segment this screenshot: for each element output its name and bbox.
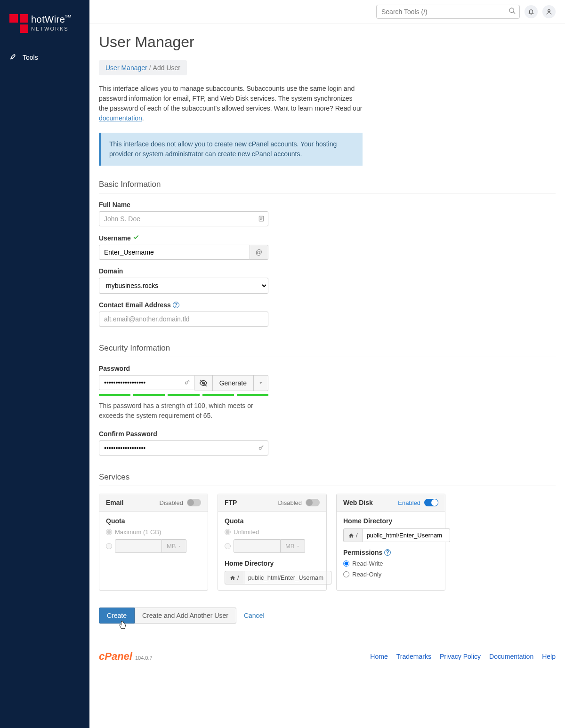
- brand-logo: hotWireSM NETWORKS: [0, 14, 89, 47]
- svg-point-6: [259, 447, 261, 449]
- intro-text: This interface allows you to manage suba…: [99, 84, 363, 123]
- generate-options-button[interactable]: [254, 375, 268, 391]
- caret-down-icon: [296, 544, 300, 548]
- webdisk-perm-ro-radio[interactable]: [343, 571, 349, 577]
- user-menu-button[interactable]: [542, 5, 556, 18]
- sidebar-item-tools[interactable]: Tools: [0, 47, 89, 67]
- contact-email-label: Contact Email Address: [99, 301, 171, 309]
- sidebar-item-label: Tools: [23, 54, 38, 61]
- password-label: Password: [99, 365, 268, 372]
- documentation-link[interactable]: documentation: [99, 114, 142, 122]
- topbar: [89, 0, 565, 24]
- password-input[interactable]: [99, 375, 194, 390]
- ftp-quota-label: Quota: [225, 517, 320, 525]
- section-security-title: Security Information: [99, 344, 556, 357]
- svg-rect-3: [259, 216, 263, 221]
- svg-point-2: [548, 9, 550, 12]
- confirm-password-input[interactable]: [99, 440, 268, 456]
- footer-link-help[interactable]: Help: [542, 653, 556, 660]
- ftp-quota-custom-radio: [225, 543, 231, 549]
- ftp-quota-value-input: [234, 539, 281, 553]
- ftp-quota-unit: MB: [281, 539, 305, 553]
- email-toggle[interactable]: [187, 499, 201, 506]
- caret-down-icon: [178, 544, 181, 548]
- confirm-password-label: Confirm Password: [99, 430, 268, 438]
- tools-icon: [9, 53, 17, 62]
- footer-link-home[interactable]: Home: [370, 653, 387, 660]
- cursor-pointer-icon: [118, 620, 565, 632]
- password-strength-text: This password has a strength of 100, whi…: [99, 401, 268, 421]
- at-addon[interactable]: @: [250, 245, 268, 260]
- email-quota-label: Quota: [106, 517, 201, 525]
- toggle-password-visibility-button[interactable]: [194, 375, 213, 391]
- svg-point-4: [185, 382, 187, 384]
- search-icon: [508, 7, 516, 16]
- ftp-toggle[interactable]: [306, 499, 320, 506]
- search-input[interactable]: [376, 5, 520, 19]
- home-icon: [230, 575, 235, 581]
- contact-email-input[interactable]: [99, 312, 268, 327]
- email-quota-unit: MB: [162, 539, 186, 553]
- service-ftp-title: FTP: [225, 499, 237, 506]
- email-quota-custom-radio: [106, 543, 112, 549]
- brand-name: hotWire: [31, 14, 65, 24]
- help-icon[interactable]: ?: [384, 549, 391, 556]
- svg-point-0: [14, 55, 15, 56]
- webdisk-perms-label: Permissions: [343, 549, 382, 556]
- key-icon: [258, 444, 265, 452]
- email-quota-value-input: [115, 539, 162, 553]
- service-card-webdisk: Web Disk Enabled Home Directory: [336, 494, 445, 591]
- main-content: User Manager User Manager / Add User Thi…: [89, 0, 565, 728]
- svg-point-1: [509, 8, 514, 12]
- service-email-title: Email: [106, 499, 123, 506]
- service-webdisk-title: Web Disk: [343, 499, 373, 506]
- brand-subtitle: NETWORKS: [31, 26, 71, 32]
- user-icon: [546, 8, 552, 15]
- password-strength-bar: [99, 394, 268, 396]
- section-services-title: Services: [99, 472, 556, 486]
- cpanel-logo: cPanel 104.0.7: [99, 650, 153, 663]
- email-quota-max-radio: [106, 529, 112, 535]
- page-title: User Manager: [99, 33, 556, 51]
- breadcrumb-link[interactable]: User Manager: [105, 64, 147, 72]
- ftp-quota-unlimited-radio: [225, 529, 231, 535]
- service-card-email: Email Disabled Quota Maximum (1 GB): [99, 494, 208, 591]
- key-icon: [184, 379, 191, 387]
- generate-password-button[interactable]: Generate: [213, 375, 254, 391]
- footer-link-documentation[interactable]: Documentation: [489, 653, 533, 660]
- breadcrumb-current: Add User: [153, 64, 180, 72]
- username-label: Username: [99, 234, 131, 242]
- webdisk-home-label: Home Directory: [343, 517, 438, 525]
- webdisk-home-prefix: /: [343, 528, 363, 542]
- full-name-label: Full Name: [99, 201, 268, 208]
- ftp-home-label: Home Directory: [225, 560, 320, 567]
- sidebar: hotWireSM NETWORKS Tools: [0, 0, 89, 728]
- service-card-ftp: FTP Disabled Quota Unlimited: [218, 494, 327, 591]
- eye-slash-icon: [199, 379, 208, 387]
- bottom-footer: cPanel 104.0.7 Home Trademarks Privacy P…: [99, 646, 556, 663]
- section-basic-title: Basic Information: [99, 180, 556, 193]
- webdisk-perm-rw-radio[interactable]: [343, 560, 349, 567]
- webdisk-home-input[interactable]: [363, 528, 450, 542]
- domain-select[interactable]: mybusiness.rocks: [99, 278, 268, 294]
- ftp-home-prefix: /: [225, 571, 244, 584]
- caret-down-icon: [258, 381, 263, 385]
- service-ftp-status: Disabled: [278, 499, 302, 506]
- breadcrumb: User Manager / Add User: [99, 60, 187, 75]
- footer-link-trademarks[interactable]: Trademarks: [396, 653, 431, 660]
- service-webdisk-status: Enabled: [398, 499, 420, 506]
- ftp-home-input: [244, 571, 331, 584]
- contact-card-icon: [258, 215, 265, 223]
- home-icon: [348, 533, 354, 538]
- domain-label: Domain: [99, 267, 268, 275]
- footer-link-privacy[interactable]: Privacy Policy: [440, 653, 481, 660]
- check-icon: [133, 234, 139, 242]
- help-icon[interactable]: ?: [173, 302, 179, 308]
- info-box: This interface does not allow you to cre…: [99, 133, 363, 166]
- webdisk-toggle[interactable]: [424, 499, 438, 506]
- service-email-status: Disabled: [159, 499, 183, 506]
- bell-icon: [528, 8, 534, 15]
- notifications-button[interactable]: [525, 5, 538, 18]
- full-name-input[interactable]: [99, 211, 268, 226]
- username-input[interactable]: [99, 245, 250, 260]
